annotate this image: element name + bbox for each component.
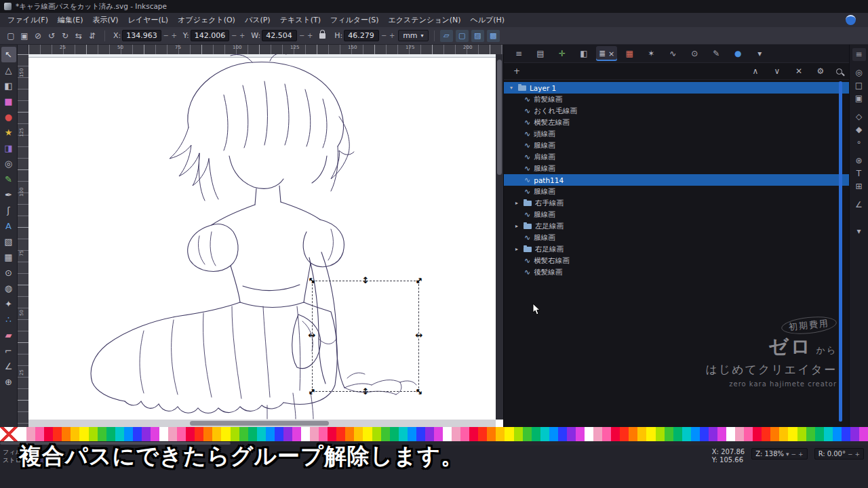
w-decrement-button[interactable]: − bbox=[298, 32, 305, 39]
palette-swatch[interactable] bbox=[354, 427, 363, 441]
palette-swatch[interactable] bbox=[71, 427, 79, 441]
selector-tool[interactable]: ↖ bbox=[1, 47, 16, 62]
object-row[interactable]: ∿横髪右線画 bbox=[504, 255, 849, 266]
palette-swatch[interactable] bbox=[779, 427, 788, 441]
object-row[interactable]: ▸左足線画 bbox=[504, 220, 849, 232]
mesh-tool[interactable]: ▦ bbox=[1, 249, 16, 265]
menu-item[interactable]: レイヤー(L) bbox=[123, 13, 174, 27]
snap-grids-icon[interactable]: ⊞ bbox=[852, 180, 866, 193]
palette-swatch[interactable] bbox=[35, 427, 44, 441]
palette-swatch[interactable] bbox=[478, 427, 487, 441]
palette-swatch[interactable] bbox=[363, 427, 372, 441]
palette-swatch[interactable] bbox=[310, 427, 319, 441]
palette-swatch[interactable] bbox=[434, 427, 443, 441]
object-row[interactable]: ∿頭線画 bbox=[504, 128, 849, 140]
selection-bbox[interactable] bbox=[312, 281, 419, 392]
rotate-cw-icon[interactable]: ↻ bbox=[58, 29, 72, 43]
raise-layer-button[interactable]: ∧ bbox=[749, 66, 762, 76]
snap-guides-icon[interactable]: ∠ bbox=[852, 199, 866, 211]
symbols-dialog-tab[interactable]: ✶ bbox=[642, 46, 660, 61]
scale-handle-e[interactable]: ↔ bbox=[414, 330, 425, 341]
swatches-dialog-tab[interactable]: ▦ bbox=[620, 46, 639, 61]
zoom-field[interactable]: Z: 138% ▾ − + bbox=[751, 448, 807, 460]
palette-swatch[interactable] bbox=[514, 427, 523, 441]
search-icon[interactable] bbox=[836, 68, 842, 75]
palette-swatch[interactable] bbox=[576, 427, 585, 441]
object-row[interactable]: ∿服線画 bbox=[504, 163, 849, 174]
palette-swatch[interactable] bbox=[452, 427, 460, 441]
menu-item[interactable]: 表示(V) bbox=[88, 13, 123, 27]
select-all-layers-icon[interactable]: ▣ bbox=[18, 29, 31, 43]
palette-swatch[interactable] bbox=[231, 427, 239, 441]
palette-swatch[interactable] bbox=[496, 427, 505, 441]
xml-editor-tab[interactable]: ✎ bbox=[707, 46, 726, 61]
scale-stroke-toggle-icon[interactable]: ▱ bbox=[440, 30, 453, 42]
palette-swatch[interactable] bbox=[691, 427, 700, 441]
eraser-tool[interactable]: ▰ bbox=[1, 327, 16, 343]
palette-swatch[interactable] bbox=[336, 427, 345, 441]
object-row[interactable]: ∿おくれ毛線画 bbox=[504, 105, 849, 117]
palette-swatch[interactable] bbox=[177, 427, 186, 441]
zoom-tool[interactable]: ⊕ bbox=[1, 374, 16, 390]
panel-scrollbar[interactable] bbox=[839, 81, 842, 422]
palette-swatch[interactable] bbox=[673, 427, 682, 441]
palette-swatch[interactable] bbox=[558, 427, 567, 441]
palette-swatch[interactable] bbox=[709, 427, 717, 441]
palette-swatch[interactable] bbox=[142, 427, 151, 441]
snap-nodes-icon[interactable]: ◇ bbox=[852, 110, 866, 123]
palette-swatch[interactable] bbox=[203, 427, 212, 441]
select-all-icon[interactable]: ▢ bbox=[4, 29, 18, 43]
snap-midpoints-icon[interactable]: ∘ bbox=[852, 136, 866, 149]
palette-swatch[interactable] bbox=[62, 427, 71, 441]
dialog-menu-tab[interactable]: ≡ bbox=[509, 46, 528, 61]
lock-ratio-icon[interactable] bbox=[319, 33, 326, 39]
snap-bbox-icon[interactable]: □ bbox=[852, 79, 866, 92]
no-color-swatch[interactable] bbox=[0, 427, 18, 441]
palette-swatch[interactable] bbox=[248, 427, 257, 441]
palette-swatch[interactable] bbox=[770, 427, 779, 441]
tweak-tool[interactable]: ✦ bbox=[1, 296, 16, 312]
canvas[interactable]: ↔ ↕ ↔ ↔ ↔ ↔ ↕ ↔ bbox=[28, 54, 503, 427]
snap-options-tab[interactable]: ● bbox=[728, 46, 747, 61]
palette-swatch[interactable] bbox=[345, 427, 354, 441]
spray-tool[interactable]: ∴ bbox=[1, 312, 16, 327]
object-row[interactable]: ∿服線画 bbox=[504, 232, 849, 243]
w-field[interactable]: 42.504 bbox=[262, 30, 297, 41]
caret-expanded-icon[interactable]: ▾ bbox=[508, 85, 515, 91]
palette-swatch[interactable] bbox=[859, 427, 868, 441]
text-tool[interactable]: A bbox=[1, 218, 16, 234]
palette-swatch[interactable] bbox=[602, 427, 611, 441]
flip-vertical-icon[interactable]: ⇵ bbox=[85, 29, 99, 43]
palette-swatch[interactable] bbox=[505, 427, 513, 441]
palette-swatch[interactable] bbox=[266, 427, 275, 441]
palette-swatch[interactable] bbox=[221, 427, 230, 441]
palette-swatch[interactable] bbox=[842, 427, 850, 441]
ellipse-tool[interactable]: ● bbox=[1, 109, 16, 125]
palette-swatch[interactable] bbox=[18, 427, 26, 441]
delete-layer-button[interactable]: ✕ bbox=[793, 66, 805, 76]
palette-swatch[interactable] bbox=[532, 427, 540, 441]
palette-swatch[interactable] bbox=[408, 427, 416, 441]
palette-swatch[interactable] bbox=[390, 427, 399, 441]
object-row[interactable]: ∿横髪左線画 bbox=[504, 117, 849, 128]
palette-swatch[interactable] bbox=[44, 427, 53, 441]
w-increment-button[interactable]: + bbox=[307, 32, 313, 39]
menu-item[interactable]: 編集(E) bbox=[53, 13, 88, 27]
add-layer-button[interactable]: + bbox=[511, 66, 523, 76]
menu-item[interactable]: フィルター(S) bbox=[326, 13, 384, 27]
object-row[interactable]: ∿服線画 bbox=[504, 140, 849, 151]
palette-swatch[interactable] bbox=[53, 427, 62, 441]
object-row[interactable]: ∿肩線画 bbox=[504, 151, 849, 163]
palette-swatch[interactable] bbox=[656, 427, 665, 441]
palette-swatch[interactable] bbox=[487, 427, 496, 441]
document-properties-tab[interactable]: ▤ bbox=[531, 46, 550, 61]
palette-swatch[interactable] bbox=[593, 427, 602, 441]
x-field[interactable]: 134.963 bbox=[122, 30, 161, 41]
palette-swatch[interactable] bbox=[540, 427, 549, 441]
palette-swatch[interactable] bbox=[416, 427, 425, 441]
h-increment-button[interactable]: + bbox=[389, 32, 395, 39]
scrollbar-thumb[interactable] bbox=[190, 421, 329, 426]
menu-item[interactable]: オブジェクト(O) bbox=[173, 13, 240, 27]
rectangle-tool[interactable]: ■ bbox=[1, 94, 16, 109]
caret-collapsed-icon[interactable]: ▸ bbox=[513, 223, 520, 229]
